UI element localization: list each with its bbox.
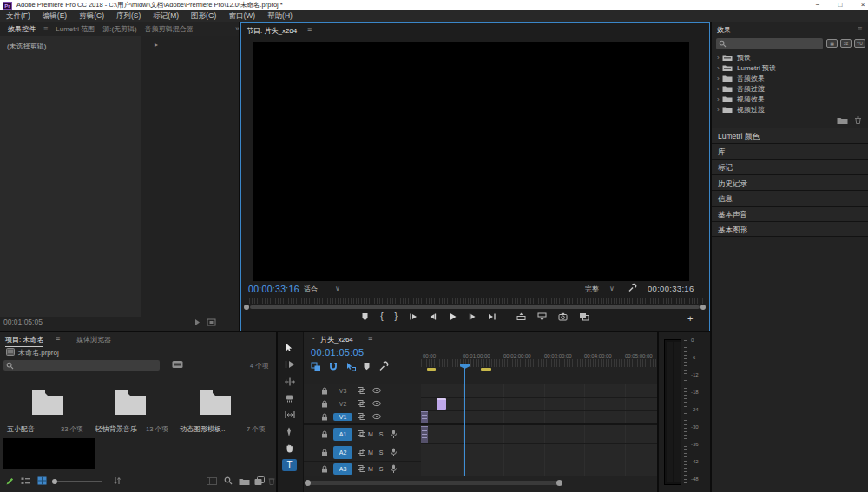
panel-menu-icon[interactable]: ≡	[858, 25, 862, 33]
tab-effect-controls[interactable]: 效果控件	[8, 24, 36, 34]
panel-header-essential-sound[interactable]: 基本声音	[712, 206, 868, 221]
delete-icon[interactable]	[853, 115, 863, 125]
track-label[interactable]: V3	[333, 387, 352, 395]
lock-icon[interactable]	[321, 387, 328, 395]
mute-toggle[interactable]: M	[365, 449, 376, 456]
new-custom-bin-icon[interactable]	[837, 116, 848, 125]
menu-sequence[interactable]: 序列(S)	[110, 11, 147, 22]
panel-menu-icon[interactable]: ≡	[43, 25, 48, 33]
project-file-name[interactable]: 未命名.prproj	[18, 348, 59, 358]
project-search-box[interactable]	[3, 360, 160, 371]
minimize-button[interactable]: −	[811, 0, 825, 10]
video-clip-v1[interactable]	[421, 411, 428, 423]
panel-header-lumetri-color[interactable]: Lumetri 颜色	[712, 128, 868, 143]
lock-icon[interactable]	[321, 465, 328, 473]
play-button[interactable]	[448, 312, 457, 322]
tab-overflow-icon[interactable]: »	[235, 25, 239, 33]
ripple-edit-tool[interactable]	[285, 377, 295, 386]
play-only-icon[interactable]	[194, 318, 203, 326]
find-button[interactable]	[224, 476, 233, 485]
track-header-a1[interactable]: A1 M S	[304, 425, 421, 443]
timeline-scrollbar[interactable]	[309, 481, 559, 485]
track-select-forward-tool[interactable]	[285, 360, 295, 369]
tab-sequence[interactable]: 片头_x264	[320, 335, 353, 344]
type-tool[interactable]: T	[282, 459, 297, 471]
timeline-settings-wrench-icon[interactable]	[378, 361, 389, 371]
effects-bin-video-transitions[interactable]: › 视频过渡	[712, 104, 868, 115]
zoom-slider-track[interactable]	[57, 481, 102, 482]
sync-lock-icon[interactable]	[358, 465, 365, 472]
menu-edit[interactable]: 编辑(E)	[36, 11, 73, 22]
voiceover-mic-icon[interactable]	[390, 464, 398, 474]
panel-menu-icon[interactable]: ≡	[56, 335, 60, 343]
bin-name[interactable]: 五小配音	[7, 424, 35, 434]
sequence-marker[interactable]	[427, 368, 436, 371]
solo-toggle[interactable]: S	[376, 431, 386, 437]
lift-button[interactable]	[516, 312, 526, 321]
panel-menu-icon[interactable]: ≡	[307, 26, 312, 34]
close-button[interactable]: ×	[856, 0, 868, 10]
sort-icons-button[interactable]	[113, 476, 122, 485]
playhead-line[interactable]	[464, 367, 465, 476]
timeline-ruler[interactable]	[421, 359, 657, 367]
track-header-v2[interactable]: V2	[304, 397, 421, 410]
lock-icon[interactable]	[321, 430, 328, 438]
zoom-level-select[interactable]: 适合	[304, 285, 318, 294]
search-bin-icon[interactable]	[172, 360, 183, 369]
track-label[interactable]: A1	[333, 428, 352, 441]
settings-wrench-icon[interactable]	[628, 283, 637, 292]
track-output-eye-icon[interactable]	[372, 387, 381, 394]
tab-project[interactable]: 项目: 未命名	[5, 335, 43, 347]
tab-source-monitor[interactable]: 源:(无剪辑)	[102, 24, 137, 34]
effects-bin-lumetri-presets[interactable]: › Lumetri 预设	[712, 62, 868, 73]
mark-in-button[interactable]: {	[380, 312, 383, 321]
panel-header-history[interactable]: 历史记录	[712, 174, 868, 190]
panel-header-libraries[interactable]: 库	[712, 143, 868, 159]
playback-resolution-select[interactable]: 完整	[585, 285, 599, 294]
goto-out-button[interactable]	[488, 312, 496, 321]
selection-tool[interactable]	[285, 343, 294, 353]
linked-selection-toggle-icon[interactable]	[345, 362, 356, 371]
tab-effects[interactable]: 效果	[717, 25, 731, 35]
icon-view-button[interactable]	[37, 476, 47, 485]
scrollbar-handle-right[interactable]	[556, 480, 562, 486]
panel-header-markers[interactable]: 标记	[712, 159, 868, 174]
track-output-eye-icon[interactable]	[372, 400, 381, 407]
program-scrollbar[interactable]	[250, 305, 700, 309]
effects-bin-audio-effects[interactable]: › 音频效果	[712, 73, 868, 83]
tab-program-monitor[interactable]: 节目: 片头_x264	[247, 26, 297, 36]
track-header-a2[interactable]: A2 M S	[304, 443, 421, 462]
effects-bin-audio-transitions[interactable]: › 音频过渡	[712, 83, 868, 94]
menu-help[interactable]: 帮助(H)	[261, 11, 299, 22]
goto-in-button[interactable]	[409, 312, 418, 321]
bin-folder-icon[interactable]	[29, 386, 67, 418]
audio-meter-bars[interactable]	[664, 339, 681, 485]
panel-header-essential-graphics[interactable]: 基本图形	[712, 221, 868, 237]
yuv-effects-badge-icon[interactable]: YU	[854, 39, 865, 48]
scrollbar-handle-left[interactable]	[244, 305, 249, 310]
maximize-button[interactable]: □	[833, 0, 847, 10]
sync-lock-icon[interactable]	[358, 413, 365, 420]
snap-magnet-toggle-icon[interactable]	[328, 362, 339, 371]
bin-name[interactable]: 动态图形模板..	[180, 424, 225, 434]
sync-lock-icon[interactable]	[358, 400, 365, 407]
menu-marker[interactable]: 标记(M)	[147, 11, 185, 22]
bin-name[interactable]: 轻快背景音乐	[95, 424, 137, 434]
effects-bin-video-effects[interactable]: › 视频效果	[712, 94, 868, 104]
new-item-button[interactable]	[254, 476, 265, 486]
extract-button[interactable]	[537, 312, 547, 321]
mute-toggle[interactable]: M	[365, 466, 376, 472]
hand-tool[interactable]	[285, 443, 294, 453]
scrollbar-handle-left[interactable]	[305, 480, 311, 486]
track-output-eye-icon[interactable]	[372, 413, 381, 420]
solo-toggle[interactable]: S	[376, 449, 386, 456]
audio-clip-a1[interactable]	[421, 426, 428, 443]
track-label[interactable]: V1	[333, 413, 352, 421]
track-label[interactable]: A2	[333, 446, 352, 459]
tab-media-browser[interactable]: 媒体浏览器	[76, 335, 111, 344]
voiceover-mic-icon[interactable]	[390, 448, 398, 457]
lock-icon[interactable]	[321, 413, 328, 421]
video-clip-v2[interactable]	[437, 398, 446, 410]
menu-clip[interactable]: 剪辑(C)	[73, 11, 110, 22]
step-back-button[interactable]	[429, 312, 437, 321]
